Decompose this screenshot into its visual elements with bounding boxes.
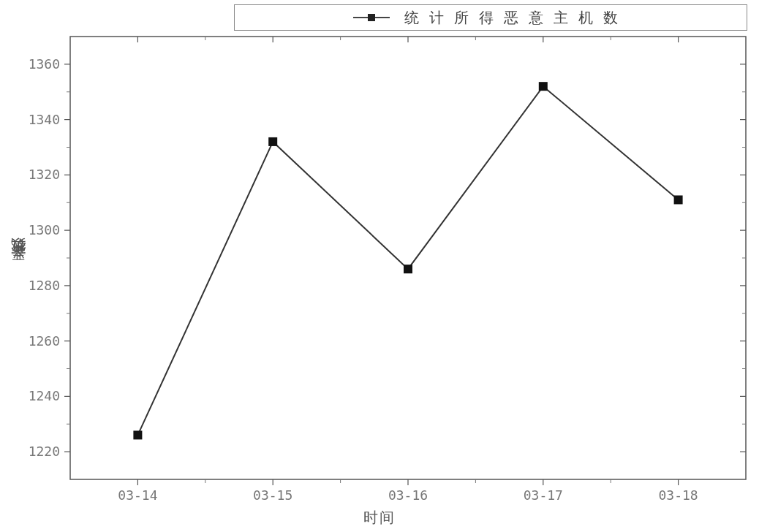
chart-container: 统计所得恶意主机数 恶意主机数 时间 122012401260128013001… bbox=[0, 0, 759, 532]
x-axis-label: 时间 bbox=[363, 508, 396, 528]
data-point bbox=[133, 430, 142, 439]
data-line bbox=[137, 86, 678, 435]
y-tick-label: 1240 bbox=[29, 388, 60, 403]
data-point bbox=[539, 82, 548, 91]
y-tick-label: 1360 bbox=[29, 56, 60, 72]
legend-marker-icon bbox=[353, 14, 390, 21]
x-tick-label: 03-14 bbox=[118, 487, 157, 503]
legend: 统计所得恶意主机数 bbox=[234, 4, 747, 31]
x-tick-label: 03-18 bbox=[659, 487, 698, 503]
y-tick-label: 1300 bbox=[29, 222, 60, 238]
data-point bbox=[268, 137, 277, 146]
y-tick-label: 1280 bbox=[29, 278, 60, 293]
y-tick-label: 1260 bbox=[29, 333, 60, 349]
data-point bbox=[674, 195, 683, 204]
x-tick-label: 03-15 bbox=[253, 487, 292, 503]
y-axis-label: 恶意主机数 bbox=[7, 261, 27, 272]
data-point bbox=[404, 265, 412, 273]
y-tick-label: 1220 bbox=[29, 444, 60, 459]
x-tick-label: 03-16 bbox=[388, 487, 428, 503]
y-tick-label: 1320 bbox=[29, 167, 60, 182]
plot-frame bbox=[70, 37, 746, 479]
x-tick-label: 03-17 bbox=[524, 487, 563, 503]
legend-label: 统计所得恶意主机数 bbox=[404, 8, 628, 28]
y-tick-label: 1340 bbox=[29, 112, 60, 127]
chart-plot: 1220124012601280130013201340136003-1403-… bbox=[0, 0, 759, 532]
